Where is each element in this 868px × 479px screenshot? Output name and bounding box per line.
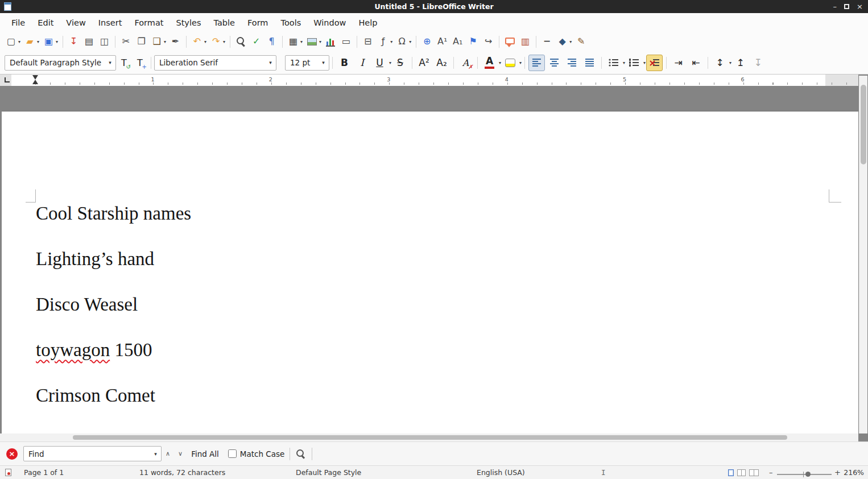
font-size-combobox[interactable]: 12 pt ▾ (285, 55, 329, 71)
print-button[interactable]: ▤ (82, 34, 96, 49)
menu-edit[interactable]: Edit (31, 14, 60, 31)
insert-special-character-button[interactable]: Ω▾ (395, 34, 412, 49)
tab-stop-selector-icon[interactable] (5, 77, 10, 82)
paragraph[interactable]: Disco Weasel (36, 294, 836, 315)
undo-button[interactable]: ↶▾ (190, 34, 208, 49)
book-view-button[interactable] (749, 469, 759, 476)
align-right-button[interactable] (564, 55, 580, 71)
redo-button[interactable]: ↷▾ (209, 34, 226, 49)
font-color-dropdown[interactable]: ▾ (499, 60, 501, 65)
find-all-button[interactable]: Find All (191, 449, 219, 459)
insert-endnote-button[interactable]: A₁ (450, 34, 465, 49)
line-spacing-dropdown[interactable]: ▾ (729, 60, 731, 65)
zoom-slider-knob[interactable] (805, 472, 811, 477)
language-status[interactable]: English (USA) (477, 466, 525, 479)
menu-window[interactable]: Window (307, 14, 352, 31)
open-file-button[interactable]: ▰▾ (23, 34, 40, 49)
bullet-list-button[interactable] (605, 55, 622, 71)
menu-styles[interactable]: Styles (170, 14, 207, 31)
increase-indent-button[interactable]: ⇥ (670, 55, 687, 71)
insert-image-button[interactable]: ▾ (305, 34, 323, 49)
insert-line-button[interactable]: ─ (540, 34, 554, 49)
menu-format[interactable]: Format (128, 14, 170, 31)
match-case-checkbox[interactable] (228, 449, 237, 458)
redo-dropdown[interactable]: ▾ (223, 39, 225, 44)
zoom-slider[interactable] (777, 474, 832, 475)
insert-cross-reference-button[interactable]: ↪ (481, 34, 495, 49)
print-preview-button[interactable]: ◫ (97, 34, 111, 49)
insert-field-dropdown[interactable]: ▾ (390, 39, 392, 44)
font-color-button[interactable]: A (481, 55, 498, 71)
insert-comment-button[interactable] (503, 34, 517, 49)
vertical-scrollbar-thumb[interactable] (861, 85, 866, 164)
save-button[interactable]: ▣▾ (42, 34, 59, 49)
bold-button[interactable]: B (336, 55, 353, 71)
paragraph-text[interactable]: 1500 (110, 340, 152, 360)
line-spacing-button[interactable]: ↕ (712, 55, 728, 71)
left-indent-marker[interactable] (32, 75, 38, 84)
decrease-indent-button[interactable]: ⇤ (688, 55, 704, 71)
copy-button[interactable]: ❐ (134, 34, 148, 49)
chevron-down-icon[interactable]: ▾ (318, 60, 329, 65)
page-style-status[interactable]: Default Page Style (296, 466, 361, 479)
insert-special-character-dropdown[interactable]: ▾ (409, 39, 411, 44)
minimize-button[interactable]: – (833, 2, 837, 11)
undo-dropdown[interactable]: ▾ (204, 39, 206, 44)
find-and-replace-icon[interactable] (295, 448, 307, 460)
insert-page-break-button[interactable]: ⊟ (361, 34, 375, 49)
save-dropdown[interactable]: ▾ (56, 39, 58, 44)
menu-form[interactable]: Form (241, 14, 275, 31)
paste-dropdown[interactable]: ▾ (164, 39, 166, 44)
insert-table-button[interactable]: ▦▾ (286, 34, 304, 49)
update-style-button[interactable]: T↺ (117, 55, 131, 71)
first-line-indent-icon[interactable] (32, 75, 38, 80)
underline-dropdown[interactable]: ▾ (389, 60, 391, 65)
formatting-marks-button[interactable]: ¶ (264, 34, 279, 49)
page-number-status[interactable]: Page 1 of 1 (24, 466, 64, 479)
menu-view[interactable]: View (60, 14, 92, 31)
menu-tools[interactable]: Tools (275, 14, 308, 31)
subscript-button[interactable]: A₂ (433, 55, 450, 71)
word-count-status[interactable]: 11 words, 72 characters (139, 466, 225, 479)
multi-page-view-button[interactable] (737, 469, 746, 476)
find-previous-button[interactable]: ∧ (162, 448, 174, 460)
clone-formatting-button[interactable]: ✒ (168, 34, 183, 49)
single-page-view-button[interactable] (728, 469, 734, 476)
menu-insert[interactable]: Insert (92, 14, 129, 31)
insert-hyperlink-button[interactable]: ⊕ (420, 34, 434, 49)
align-left-button[interactable] (528, 55, 545, 71)
paragraph-style-combobox[interactable]: Default Paragraph Style ▾ (5, 55, 116, 71)
underline-button[interactable]: U (371, 55, 388, 71)
menu-table[interactable]: Table (207, 14, 241, 31)
strikethrough-button[interactable]: S (392, 55, 408, 71)
increase-paragraph-spacing-button[interactable]: ↥ (732, 55, 749, 71)
bullet-list-dropdown[interactable]: ▾ (623, 60, 625, 65)
insert-bookmark-button[interactable]: ⚑ (466, 34, 480, 49)
menu-file[interactable]: File (5, 14, 31, 31)
insert-footnote-button[interactable]: A¹ (435, 34, 449, 49)
font-name-combobox[interactable]: Liberation Serif ▾ (154, 55, 276, 71)
find-next-button[interactable]: ∨ (174, 448, 187, 460)
left-indent-icon[interactable] (32, 80, 38, 84)
highlight-color-dropdown[interactable]: ▾ (519, 60, 522, 65)
paste-button[interactable]: ❑▾ (150, 34, 167, 49)
chevron-down-icon[interactable]: ▾ (150, 451, 161, 457)
open-file-dropdown[interactable]: ▾ (37, 39, 39, 44)
decrease-paragraph-spacing-button[interactable]: ↧ (750, 55, 766, 71)
document-modified-icon[interactable] (5, 469, 11, 476)
superscript-button[interactable]: A² (416, 55, 432, 71)
chevron-down-icon[interactable]: ▾ (105, 60, 115, 65)
close-find-bar-button[interactable]: × (6, 448, 18, 460)
direct-cursor-icon[interactable]: I (601, 466, 606, 479)
paragraph[interactable]: Cool Starship names (36, 203, 836, 224)
find-input[interactable] (24, 449, 150, 459)
basic-shapes-button[interactable]: ◆▾ (555, 34, 573, 49)
clear-formatting-button[interactable]: A✗ (457, 55, 474, 71)
justify-button[interactable] (581, 55, 598, 71)
show-draw-functions-button[interactable]: ✎ (574, 34, 588, 49)
misspelled-word[interactable]: toywagon (36, 340, 110, 360)
insert-image-dropdown[interactable]: ▾ (319, 39, 321, 44)
zoom-in-button[interactable]: + (834, 466, 841, 479)
paragraph[interactable]: Lighting’s hand (36, 248, 836, 270)
find-and-replace-button[interactable] (234, 34, 248, 49)
